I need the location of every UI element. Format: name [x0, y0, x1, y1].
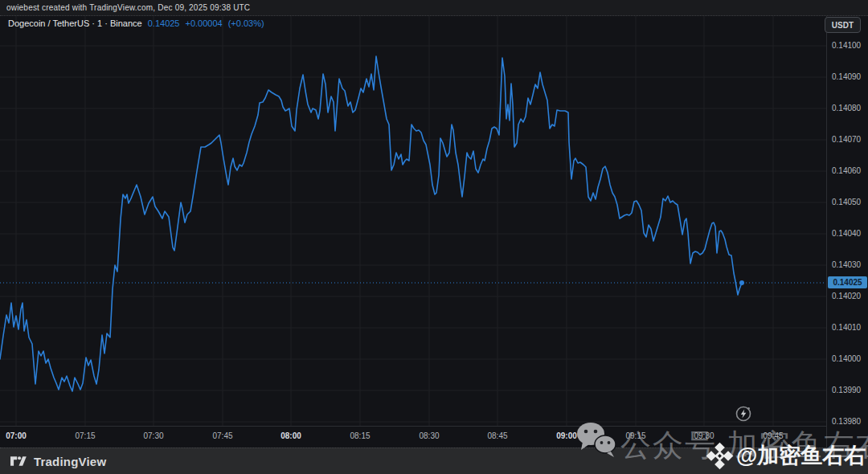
legend-change-percent: (+0.03%) [228, 18, 264, 28]
price-chart-canvas[interactable] [0, 16, 868, 447]
attribution-text: owiebest created with TradingView.com, D… [6, 3, 250, 12]
channel-handle: @加密鱼右右 [706, 441, 866, 470]
chart-pane[interactable]: Dogecoin / TetherUS · 1 · Binance 0.1402… [0, 16, 868, 447]
tradingview-logo-icon [10, 453, 27, 469]
last-price-dot [739, 280, 744, 285]
time-axis-label: 08:15 [350, 431, 370, 440]
price-axis-label: 0.14020 [832, 292, 861, 300]
time-axis-label: 08:45 [487, 431, 507, 440]
time-axis-label: 07:30 [143, 431, 163, 440]
time-axis-label: 07:15 [75, 431, 95, 440]
attribution-bar: owiebest created with TradingView.com, D… [0, 0, 868, 16]
symbol-legend[interactable]: Dogecoin / TetherUS · 1 · Binance 0.1402… [8, 18, 264, 28]
time-axis-label: 07:45 [212, 431, 232, 440]
time-axis[interactable]: 07:0007:1507:3007:4508:0008:1508:3008:45… [0, 426, 826, 447]
price-line [0, 56, 742, 391]
time-axis-label: 08:30 [419, 431, 439, 440]
price-axis-label: 0.14080 [832, 104, 861, 112]
price-axis-label: 0.14010 [832, 323, 861, 332]
price-axis-label: 0.14070 [832, 135, 861, 144]
price-axis-label: 0.14030 [832, 260, 861, 269]
price-axis-label: 0.14050 [832, 198, 861, 206]
time-axis-label: 09:15 [625, 431, 645, 440]
price-axis-label: 0.14090 [832, 72, 861, 81]
legend-change: +0.00004 [185, 18, 222, 28]
time-axis-label: 09:30 [694, 431, 714, 440]
last-price-badge: 0.14025 [828, 276, 867, 288]
time-axis-label: 09:45 [763, 431, 783, 440]
price-axis-label: 0.13980 [832, 417, 861, 426]
tradingview-snapshot: { "attribution": "owiebest created with … [0, 0, 868, 474]
time-axis-label: 07:00 [6, 431, 27, 440]
price-axis-label: 0.14100 [832, 41, 861, 50]
price-axis[interactable]: 0.141000.140900.140800.140700.140600.140… [826, 16, 868, 447]
currency-toggle-label: USDT [832, 21, 854, 30]
time-axis-label: 08:00 [280, 431, 301, 440]
price-axis-label: 0.14060 [832, 166, 861, 175]
legend-last-price: 0.14025 [148, 18, 180, 28]
channel-handle-text: @加密鱼右右 [736, 441, 866, 470]
price-axis-label: 0.14000 [832, 354, 861, 363]
tradingview-brand-name: TradingView [34, 455, 106, 468]
tradingview-brand[interactable]: TradingView [10, 453, 106, 469]
symbol-title: Dogecoin / TetherUS · 1 · Binance [8, 18, 142, 28]
binance-diamond-icon [706, 442, 734, 470]
price-axis-label: 0.14040 [832, 229, 861, 238]
time-axis-label: 09:00 [556, 431, 577, 440]
currency-toggle-button[interactable]: USDT [825, 17, 861, 33]
price-axis-label: 0.13990 [832, 386, 861, 394]
